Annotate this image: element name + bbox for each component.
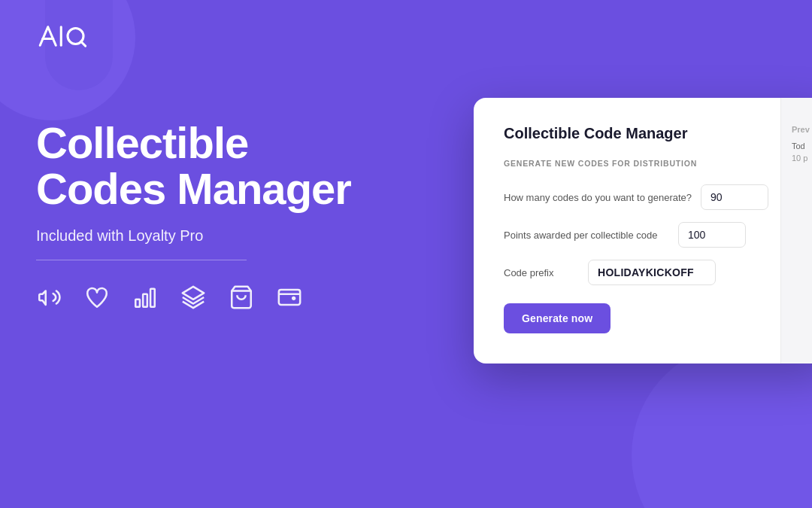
points-input[interactable] (678, 222, 746, 248)
main-background: Collectible Codes Manager Included with … (0, 0, 812, 508)
prefix-input[interactable] (588, 260, 716, 285)
chart-icon (132, 284, 158, 313)
preview-label: Prev (792, 125, 812, 134)
points-label: Points awarded per collectible code (504, 230, 669, 241)
divider (36, 260, 247, 261)
svg-marker-4 (183, 287, 204, 300)
points-row: Points awarded per collectible code (504, 222, 804, 248)
cart-icon (229, 284, 254, 313)
left-content: Collectible Codes Manager Included with … (36, 120, 351, 313)
logo-area (36, 21, 89, 54)
codes-count-row: How many codes do you want to generate? (504, 184, 804, 210)
svg-rect-6 (279, 290, 300, 305)
preview-detail: 10 p (792, 154, 812, 163)
megaphone-icon (36, 284, 62, 313)
icons-row (36, 284, 351, 313)
codes-count-label: How many codes do you want to generate? (504, 192, 692, 203)
prefix-row: Code prefix (504, 260, 804, 285)
generate-now-button[interactable]: Generate now (504, 303, 611, 333)
subtitle: Included with Loyalty Pro (36, 227, 351, 245)
svg-rect-2 (143, 294, 147, 307)
heart-icon (84, 284, 110, 313)
wallet-icon (277, 284, 302, 313)
code-manager-card: Collectible Code Manager GENERATE NEW CO… (474, 98, 812, 364)
codes-count-input[interactable] (701, 184, 768, 210)
svg-rect-3 (150, 289, 155, 307)
section-label: GENERATE NEW CODES FOR DISTRIBUTION (504, 159, 804, 168)
deco-circle-bottom (632, 342, 812, 508)
preview-today: Tod (792, 141, 812, 151)
deco-circle-top (0, 0, 135, 120)
card-title: Collectible Code Manager (504, 125, 804, 142)
main-title: Collectible Codes Manager (36, 120, 351, 212)
layers-icon (180, 284, 206, 313)
svg-rect-1 (135, 300, 140, 307)
prefix-label: Code prefix (504, 267, 579, 278)
